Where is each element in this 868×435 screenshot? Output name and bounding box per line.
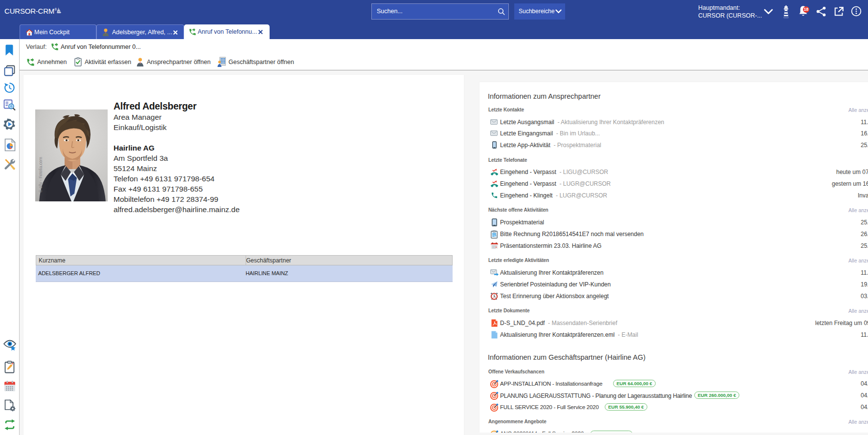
svg-text:© olly - Fotolia.com: © olly - Fotolia.com xyxy=(38,157,43,193)
